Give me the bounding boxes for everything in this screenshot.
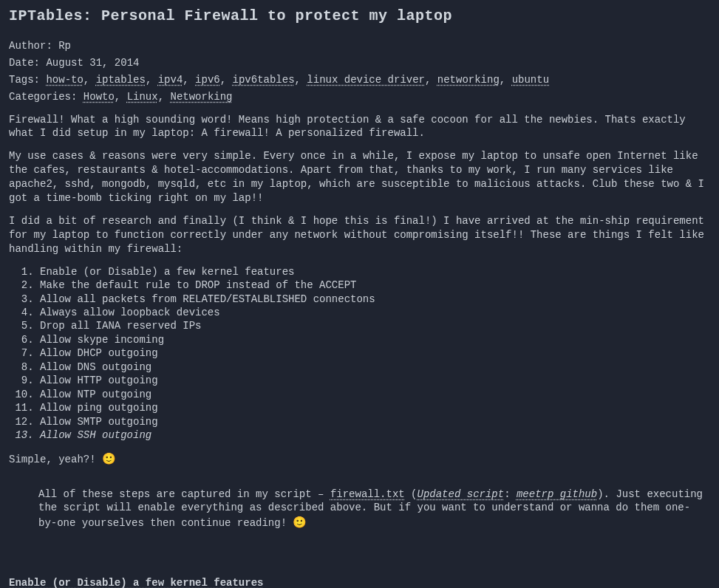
list-item: Allow skype incoming [40, 333, 710, 346]
list-item: Always allow loopback devices [40, 306, 710, 319]
separator: , [425, 74, 437, 86]
tags-list: how-to, iptables, ipv4, ipv6, ipv6tables… [46, 74, 549, 86]
separator: , [183, 74, 195, 86]
firewall-txt-link[interactable]: firewall.txt [330, 488, 405, 500]
tag-link[interactable]: ipv6tables [233, 74, 295, 86]
tag-link[interactable]: networking [437, 74, 500, 86]
article-page: IPTables: Personal Firewall to protect m… [0, 0, 719, 588]
separator: , [500, 74, 512, 86]
list-item: Allow all packets from RELATED/ESTALBLIS… [40, 293, 710, 306]
tags-label: Tags: [9, 74, 46, 86]
list-item: Allow DHCP outgoing [40, 346, 710, 360]
categories-list: Howto, Linux, Networking [84, 91, 233, 103]
list-item: Allow ping outgoing [40, 401, 710, 414]
meta-categories: Categories: Howto, Linux, Networking [9, 90, 710, 104]
date-value: August 31, 2014 [46, 57, 139, 69]
separator: , [146, 74, 158, 86]
separator: , [84, 74, 96, 86]
callout-mid1: ( [405, 488, 418, 500]
tag-link[interactable]: ipv4 [158, 74, 183, 86]
simple-line: Simple, yeah?! 🙂 [9, 451, 710, 467]
meta-date: Date: August 31, 2014 [9, 56, 710, 70]
separator: , [295, 74, 307, 86]
page-title: IPTables: Personal Firewall to protect m… [9, 6, 710, 26]
smile-icon: 🙂 [293, 516, 307, 529]
category-link[interactable]: Howto [84, 91, 115, 103]
list-item: Allow HTTP outgoing [40, 374, 710, 387]
tag-link[interactable]: ubuntu [512, 74, 549, 86]
list-item: Enable (or Disable) a few kernel feature… [40, 265, 710, 278]
list-item: Allow DNS outgoing [40, 360, 710, 374]
callout-pre: All of these steps are captured in my sc… [38, 488, 330, 500]
simple-text: Simple, yeah?! [9, 454, 102, 465]
script-callout: All of these steps are captured in my sc… [38, 488, 710, 531]
list-item: Allow SSH outgoing [40, 428, 710, 442]
tag-link[interactable]: linux device driver [307, 74, 425, 86]
intro-paragraph-2: My use cases & reasons were very simple.… [9, 149, 710, 205]
list-item: Allow SMTP outgoing [40, 415, 710, 428]
category-link[interactable]: Linux [127, 91, 158, 103]
meetrp-github-link[interactable]: meetrp github [517, 488, 597, 500]
separator: , [158, 91, 171, 103]
categories-label: Categories: [9, 91, 84, 103]
tag-link[interactable]: how-to [46, 74, 83, 86]
tag-link[interactable]: iptables [96, 74, 146, 86]
intro-paragraph-1: Firewall! What a high sounding word! Mea… [9, 113, 710, 141]
meta-tags: Tags: how-to, iptables, ipv4, ipv6, ipv6… [9, 73, 710, 87]
list-item: Drop all IANA reserved IPs [40, 319, 710, 332]
date-label: Date: [9, 57, 46, 69]
author-value: Rp [58, 40, 71, 52]
list-item: Make the default rule to DROP instead of… [40, 278, 710, 292]
list-item: Allow NTP outgoing [40, 388, 710, 401]
separator: , [115, 91, 127, 103]
category-link[interactable]: Networking [170, 91, 232, 103]
author-label: Author: [9, 40, 58, 52]
smile-icon: 🙂 [102, 452, 116, 465]
section-heading-kernel: Enable (or Disable) a few kernel feature… [9, 576, 263, 588]
intro-paragraph-3: I did a bit of research and finally (I t… [9, 214, 710, 256]
updated-script-link[interactable]: Updated script [418, 488, 505, 500]
separator: , [220, 74, 233, 86]
firewall-rules-list: Enable (or Disable) a few kernel feature… [9, 265, 710, 442]
callout-mid2: : [504, 488, 517, 500]
tag-link[interactable]: ipv6 [195, 74, 220, 86]
meta-author: Author: Rp [9, 39, 710, 53]
